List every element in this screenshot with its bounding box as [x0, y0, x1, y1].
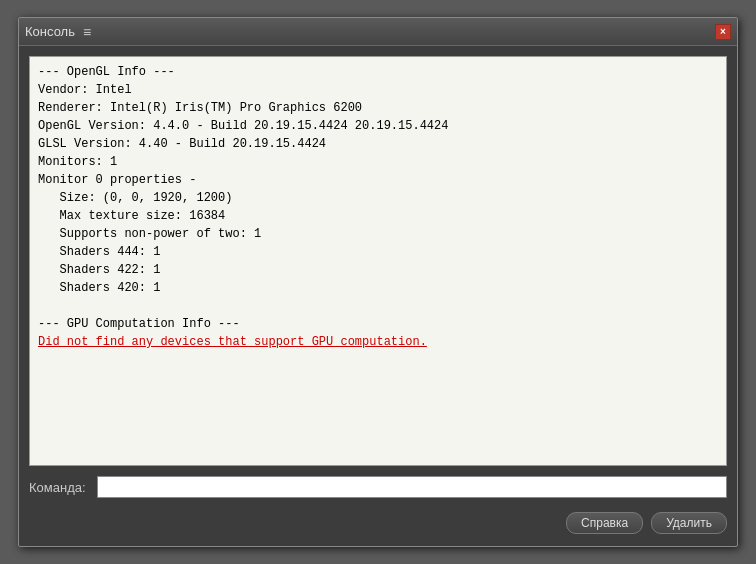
console-output[interactable]: --- OpenGL Info --- Vendor: Intel Render…	[29, 56, 727, 466]
main-window: Консоль ≡ × --- OpenGL Info --- Vendor: …	[18, 17, 738, 547]
command-input[interactable]	[97, 476, 727, 498]
close-button[interactable]: ×	[715, 24, 731, 40]
command-row: Команда:	[29, 474, 727, 500]
error-line: Did not find any devices that support GP…	[38, 335, 427, 349]
buttons-row: Справка Удалить	[29, 508, 727, 536]
help-button[interactable]: Справка	[566, 512, 643, 534]
content-area: --- OpenGL Info --- Vendor: Intel Render…	[19, 46, 737, 546]
window-title: Консоль	[25, 24, 75, 39]
hamburger-icon[interactable]: ≡	[83, 24, 91, 40]
title-bar: Консоль ≡ ×	[19, 18, 737, 46]
title-bar-left: Консоль ≡	[25, 24, 91, 40]
command-label: Команда:	[29, 480, 89, 495]
delete-button[interactable]: Удалить	[651, 512, 727, 534]
